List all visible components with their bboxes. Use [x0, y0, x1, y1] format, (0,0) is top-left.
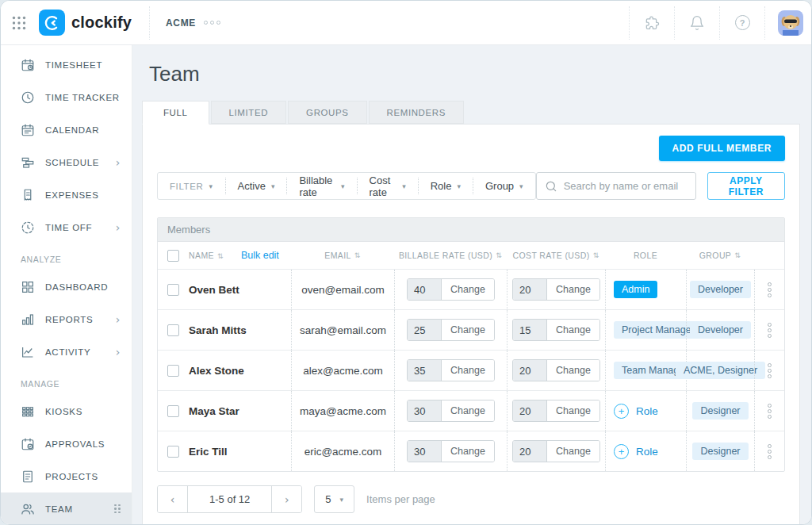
group-badge[interactable]: Developer: [690, 321, 751, 339]
clockify-logo[interactable]: clockify: [37, 10, 146, 36]
group-badge[interactable]: Developer: [690, 281, 751, 298]
row-menu-kebab-icon[interactable]: [768, 444, 772, 459]
filter-dropdown-group[interactable]: Group▾: [473, 178, 535, 194]
row-checkbox[interactable]: [167, 284, 179, 296]
sidebar-item-timesheet[interactable]: TIMESHEET: [1, 48, 132, 81]
sidebar-item-approvals[interactable]: APPROVALS: [1, 427, 132, 460]
help-icon[interactable]: ?: [723, 1, 761, 44]
row-checkbox[interactable]: [167, 324, 179, 336]
table-section-title: Members: [158, 218, 784, 242]
group-badge[interactable]: Designer: [692, 402, 748, 420]
change-billable-rate-button[interactable]: Change: [441, 400, 494, 421]
row-checkbox[interactable]: [167, 365, 179, 377]
sidebar-item-expenses[interactable]: EXPENSES: [1, 178, 132, 211]
cost-rate-value: 20: [513, 400, 546, 421]
billable-rate-control: 30Change: [407, 400, 495, 422]
column-header-email[interactable]: EMAIL⇅: [291, 242, 394, 269]
change-billable-rate-button[interactable]: Change: [441, 441, 494, 462]
change-billable-rate-button[interactable]: Change: [441, 320, 494, 340]
tab-full[interactable]: FULL: [142, 101, 209, 125]
add-full-member-button[interactable]: ADD FULL MEMBER: [659, 136, 785, 161]
next-page-button[interactable]: ›: [272, 486, 301, 512]
billable-rate-control: 25Change: [407, 319, 495, 341]
search-input[interactable]: [564, 180, 688, 192]
tab-bar: FULL LIMITED GROUPS REMINDERS: [142, 101, 800, 124]
integrations-puzzle-icon[interactable]: [633, 1, 671, 44]
group-badge[interactable]: Designer: [692, 443, 748, 460]
tab-reminders[interactable]: REMINDERS: [369, 101, 464, 124]
row-checkbox[interactable]: [167, 405, 179, 417]
add-role-button[interactable]: +Role: [614, 404, 658, 419]
sidebar-item-kiosks[interactable]: KIOSKS: [1, 395, 132, 427]
sidebar-item-calendar[interactable]: CALENDAR: [1, 113, 132, 146]
change-cost-rate-button[interactable]: Change: [546, 320, 599, 340]
cost-rate-control: 20Change: [512, 440, 600, 462]
workspace-selector[interactable]: ACME: [153, 17, 204, 29]
row-checkbox[interactable]: [167, 446, 179, 458]
sidebar-item-dashboard[interactable]: DASHBOARD: [1, 270, 132, 303]
member-name: Alex Stone: [189, 365, 244, 377]
change-cost-rate-button[interactable]: Change: [546, 360, 599, 381]
chevron-down-icon: ▾: [402, 182, 406, 190]
sidebar-item-team[interactable]: TEAM: [1, 492, 132, 524]
items-per-page-select[interactable]: 5 ▾: [314, 485, 354, 513]
table-row: Eric Till eric@acme.com 30Change 20Chang…: [158, 431, 784, 471]
billable-rate-control: 40Change: [407, 278, 495, 301]
apply-filter-button[interactable]: APPLY FILTER: [707, 172, 785, 200]
tab-groups[interactable]: GROUPS: [288, 101, 366, 124]
sidebar-item-projects[interactable]: PROJECTS: [1, 460, 132, 492]
user-avatar[interactable]: [778, 10, 803, 36]
select-all-checkbox[interactable]: [167, 250, 179, 262]
previous-page-button[interactable]: ‹: [158, 486, 187, 512]
row-menu-kebab-icon[interactable]: [768, 323, 772, 338]
billable-rate-control: 30Change: [407, 440, 495, 462]
notifications-bell-icon[interactable]: [678, 1, 716, 44]
sidebar-item-time-tracker[interactable]: TIME TRACKER: [1, 81, 132, 113]
tab-limited[interactable]: LIMITED: [211, 101, 287, 124]
change-cost-rate-button[interactable]: Change: [546, 279, 599, 300]
column-header-billable-rate[interactable]: BILLABLE RATE (USD)⇅: [394, 242, 507, 269]
sidebar-item-label: DASHBOARD: [45, 282, 108, 292]
sidebar-item-label: CALENDAR: [45, 125, 99, 135]
apps-grid-icon[interactable]: [1, 1, 37, 44]
drag-handle-icon[interactable]: [114, 504, 121, 514]
add-role-button[interactable]: +Role: [614, 444, 658, 459]
role-badge[interactable]: Admin: [614, 281, 657, 298]
sidebar-item-activity[interactable]: ACTIVITY ›: [1, 335, 132, 368]
member-name: Oven Bett: [189, 284, 239, 296]
sidebar-item-label: APPROVALS: [45, 439, 105, 449]
column-header-name[interactable]: NAME⇅: [189, 251, 224, 260]
chevron-down-icon: ▾: [271, 182, 275, 190]
bulk-edit-link[interactable]: Bulk edit: [241, 250, 279, 261]
member-email: alex@acme.com: [291, 351, 394, 390]
row-menu-kebab-icon[interactable]: [768, 282, 772, 297]
group-badge[interactable]: ACME, Designer: [676, 362, 765, 379]
filter-dropdown-cost-rate[interactable]: Cost rate▾: [357, 178, 418, 194]
table-header-row: NAME⇅ Bulk edit EMAIL⇅ BILLABLE RATE (US…: [158, 242, 784, 269]
page-title: Team: [149, 62, 800, 86]
cost-rate-control: 20Change: [512, 359, 600, 381]
row-menu-kebab-icon[interactable]: [768, 363, 772, 378]
plus-icon: +: [614, 444, 629, 459]
sidebar: TIMESHEET TIME TRACKER CALENDAR SCHEDULE…: [1, 45, 132, 524]
change-cost-rate-button[interactable]: Change: [546, 441, 599, 462]
workspace-menu-icon[interactable]: [204, 21, 220, 25]
column-header-cost-rate[interactable]: COST RATE (USD)⇅: [507, 242, 605, 269]
change-billable-rate-button[interactable]: Change: [441, 279, 494, 300]
column-header-group[interactable]: GROUP⇅: [686, 242, 754, 269]
cost-rate-control: 20Change: [512, 278, 600, 301]
billable-rate-value: 25: [408, 320, 441, 340]
row-menu-kebab-icon[interactable]: [768, 404, 772, 419]
divider: [674, 6, 675, 40]
sidebar-item-reports[interactable]: REPORTS ›: [1, 303, 132, 335]
sidebar-item-schedule[interactable]: SCHEDULE ›: [1, 146, 132, 178]
chevron-right-icon: ›: [116, 346, 121, 358]
filter-dropdown-billable-rate[interactable]: Billable rate▾: [286, 178, 356, 194]
filter-label[interactable]: FILTER▾: [158, 178, 225, 194]
change-billable-rate-button[interactable]: Change: [441, 360, 494, 381]
sidebar-item-time-off[interactable]: TIME OFF ›: [1, 211, 132, 243]
dashboard-icon: [21, 280, 35, 294]
filter-dropdown-active[interactable]: Active▾: [225, 178, 287, 194]
filter-dropdown-role[interactable]: Role▾: [418, 178, 473, 194]
change-cost-rate-button[interactable]: Change: [546, 400, 599, 421]
